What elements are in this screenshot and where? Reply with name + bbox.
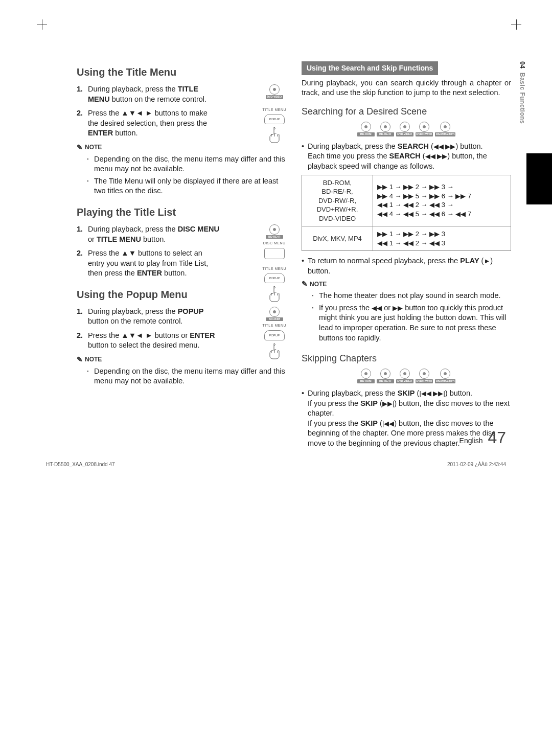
play-icon: ► — [484, 257, 490, 265]
step: Press the ▲▼◄ ► buttons or ENTER button … — [77, 331, 220, 351]
search-speed-table: BD-ROM, BD-RE/-R, DVD-RW/-R, DVD+RW/+R, … — [302, 175, 511, 251]
rewind-fastforward-icon: ◀◀ ▶▶ — [433, 143, 456, 150]
rewind-fastforward-icon: ◀◀ ▶▶ — [425, 152, 448, 160]
note-icon: ✎ — [302, 279, 308, 289]
disc-badge-bdrom: BD-ROM — [266, 307, 283, 322]
step: During playback, press the TITLE MENU bu… — [77, 84, 220, 104]
disc-badge: BD-RE/-R — [377, 369, 394, 383]
heading-skipping: Skipping Chapters — [302, 352, 511, 364]
step: Press the ▲▼◄ ► buttons to make the desi… — [77, 108, 220, 139]
remote-illustration: BD-ROM TITLE MENU POPUP — [262, 307, 286, 360]
note-icon: ✎ — [77, 355, 83, 364]
table-cell-speeds: ▶▶ 1 → ▶▶ 2 → ▶▶ 3 ◀◀ 1 → ◀◀ 2 → ◀◀ 3 — [373, 226, 511, 251]
bullet: To return to normal speed playback, pres… — [302, 256, 511, 276]
notes-title-menu: Depending on the disc, the menu items ma… — [77, 154, 286, 196]
note-label: ✎NOTE — [77, 143, 259, 152]
step: Press the ▲▼ buttons to select an entry … — [77, 248, 220, 279]
heading-title-list: Playing the Title List — [77, 205, 286, 219]
popup-button-icon: POPUP — [264, 114, 285, 124]
notes-search: The home theater does not play sound in … — [302, 291, 511, 343]
table-cell-formats: BD-ROM, BD-RE/-R, DVD-RW/-R, DVD+RW/+R, … — [302, 175, 373, 226]
remote-illustration: DVD-VIDEO TITLE MENU POPUP — [262, 84, 286, 144]
heading-popup-menu: Using the Popup Menu — [77, 288, 286, 302]
hand-icon — [267, 285, 282, 303]
right-column: Using the Search and Skip Functions Duri… — [302, 61, 511, 451]
steps-title-list: During playback, press the DISC MENU or … — [77, 224, 220, 279]
band-heading: Using the Search and Skip Functions — [302, 61, 438, 75]
file-path: HT-D5500_XAA_0208.indd 47 — [46, 461, 115, 468]
disc-menu-button-icon — [264, 248, 285, 259]
skip-back-forward-icon: |◀◀ ▶▶| — [419, 390, 445, 397]
bullet: During playback, press the SEARCH (◀◀ ▶▶… — [302, 142, 511, 172]
steps-popup-menu: During playback, press the POPUP button … — [77, 307, 220, 351]
rewind-icon: ◀◀ — [372, 304, 382, 312]
note-item: If you press the ◀◀ or ▶▶ button too qui… — [312, 303, 511, 343]
disc-badge-bdre: BD-RE/-R — [266, 224, 283, 239]
remote-illustration: BD-RE/-R DISC MENU TITLE MENU POPUP — [262, 224, 286, 303]
disc-badge: DVD-VIDEO — [396, 369, 413, 383]
disc-badges-row: BD-ROM BD-RE/-R DVD-VIDEO DVD±RW/±R DivX… — [302, 122, 511, 136]
label-title-menu: TITLE MENU — [262, 266, 286, 271]
note-item: Depending on the disc, the menu items ma… — [87, 366, 286, 386]
page-number: 47 — [488, 428, 506, 447]
table-row: BD-ROM, BD-RE/-R, DVD-RW/-R, DVD+RW/+R, … — [302, 175, 511, 226]
label-disc-menu: DISC MENU — [263, 241, 286, 245]
note-item: Depending on the disc, the menu items ma… — [87, 154, 286, 174]
hand-icon — [267, 342, 282, 360]
label-title-menu: TITLE MENU — [262, 323, 286, 328]
search-return-bullet: To return to normal speed playback, pres… — [302, 256, 511, 276]
steps-title-menu: During playback, press the TITLE MENU bu… — [77, 84, 220, 139]
table-cell-formats: DivX, MKV, MP4 — [302, 226, 373, 251]
step: During playback, press the POPUP button … — [77, 307, 220, 327]
heading-title-menu: Using the Title Menu — [77, 65, 286, 79]
hand-icon — [267, 126, 282, 144]
disc-badge: DVD-VIDEO — [396, 122, 413, 136]
disc-badge-dvdvideo: DVD-VIDEO — [266, 84, 283, 99]
popup-button-icon: POPUP — [264, 273, 285, 283]
notes-popup-menu: Depending on the disc, the menu items ma… — [77, 366, 286, 386]
note-label: ✎NOTE — [302, 279, 511, 289]
note-item: The home theater does not play sound in … — [312, 291, 511, 301]
disc-badge: DVD±RW/±R — [416, 369, 433, 383]
disc-badge: BD-ROM — [357, 122, 375, 136]
note-icon: ✎ — [77, 143, 83, 152]
popup-button-icon: POPUP — [264, 330, 285, 340]
disc-badge: DivX/MKV/MP4 — [435, 369, 455, 383]
timestamp: 2011-02-09 ¿ÀÀü 2:43:44 — [447, 461, 506, 468]
heading-searching: Searching for a Desired Scene — [302, 105, 511, 118]
disc-badge: BD-RE/-R — [377, 122, 394, 136]
disc-badges-row: BD-ROM BD-RE/-R DVD-VIDEO DVD±RW/±R DivX… — [302, 369, 511, 383]
fastforward-icon: ▶▶ — [393, 304, 403, 312]
intro-text: During playback, you can search quickly … — [302, 78, 511, 98]
search-bullets: During playback, press the SEARCH (◀◀ ▶▶… — [302, 142, 511, 172]
step: During playback, press the DISC MENU or … — [77, 224, 220, 244]
disc-badge: DVD±RW/±R — [416, 122, 433, 136]
note-label: ✎NOTE — [77, 355, 259, 364]
note-item: The Title Menu will only be displayed if… — [87, 176, 286, 196]
disc-badge: DivX/MKV/MP4 — [435, 122, 455, 136]
disc-badge: BD-ROM — [357, 369, 375, 383]
table-cell-speeds: ▶▶ 1 → ▶▶ 2 → ▶▶ 3 → ▶▶ 4 → ▶▶ 5 → ▶▶ 6 … — [373, 175, 511, 226]
left-column: Using the Title Menu DVD-VIDEO TITLE MEN… — [77, 61, 286, 451]
page-footer: English 47 — [459, 427, 506, 449]
label-title-menu: TITLE MENU — [262, 107, 286, 112]
print-meta: HT-D5500_XAA_0208.indd 47 2011-02-09 ¿ÀÀ… — [46, 461, 506, 468]
table-row: DivX, MKV, MP4 ▶▶ 1 → ▶▶ 2 → ▶▶ 3 ◀◀ 1 →… — [302, 226, 511, 251]
lang-label: English — [459, 437, 483, 445]
